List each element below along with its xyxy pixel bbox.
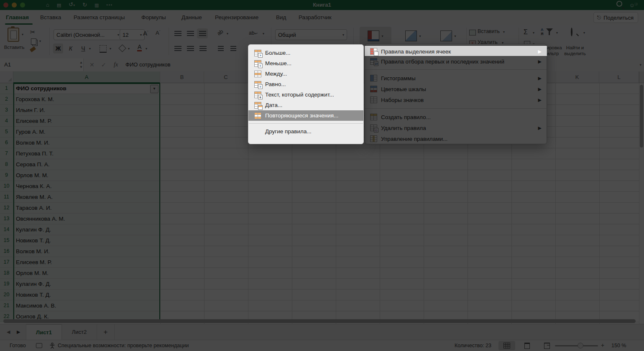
sheet-tab-list1[interactable]: Лист1 xyxy=(26,324,62,340)
sheet-tab-list2[interactable]: Лист2 xyxy=(62,324,97,340)
table-row[interactable]: 21Максимов А. В. xyxy=(0,300,160,311)
format-painter-icon[interactable] xyxy=(30,46,36,52)
enter-icon[interactable]: ✓ xyxy=(101,58,106,71)
table-row[interactable]: 4Елисеев М. Р. xyxy=(0,116,160,127)
wrap-text-icon[interactable]: ab↩ xyxy=(249,30,258,36)
align-middle-icon[interactable] xyxy=(187,31,194,36)
menu-item-highlight-cells-rules[interactable]: Правила выделения ячеек ▶ xyxy=(365,46,547,56)
number-format-select[interactable]: Общий▾ xyxy=(275,29,347,40)
table-row[interactable]: 5Гуров А. М. xyxy=(0,127,160,137)
insert-cells-button[interactable]: Вставить xyxy=(478,28,500,34)
col-header-b[interactable]: B xyxy=(160,71,204,83)
sort-filter-chevron[interactable]: ▾ xyxy=(556,31,558,35)
align-top-icon[interactable] xyxy=(174,31,181,36)
table-row[interactable]: 3Ильин Г. И. xyxy=(0,105,160,116)
submenu-item-text-contains[interactable]: a Текст, который содержит... xyxy=(248,89,363,100)
submenu-item-between[interactable]: Между... xyxy=(248,69,363,79)
submenu-item-duplicate-values[interactable]: Повторяющиеся значения... xyxy=(248,110,363,121)
status-accessibility-text[interactable]: Специальные возможности: проверьте реком… xyxy=(58,340,189,351)
formula-value[interactable]: ФИО сотрудников xyxy=(125,58,171,71)
menu-item-top-bottom-rules[interactable]: 10 Правила отбора первых и последних зна… xyxy=(365,56,547,66)
menu-item-icon-sets[interactable]: Наборы значков ▶ xyxy=(365,94,547,105)
account-icon[interactable]: ☺❏ xyxy=(629,0,637,11)
borders-chevron[interactable]: ▾ xyxy=(110,47,111,51)
submenu-item-date[interactable]: Дата... xyxy=(248,100,363,110)
table-row[interactable]: 17Елисеев М. Р. xyxy=(0,257,160,268)
zoom-level[interactable]: 150 % xyxy=(611,340,626,351)
submenu-item-less-than[interactable]: < Меньше... xyxy=(248,58,363,69)
orientation-icon[interactable]: ab xyxy=(216,28,224,37)
expand-formula-bar-icon[interactable]: ▾ xyxy=(639,58,641,71)
submenu-item-more-rules[interactable]: Другие правила... xyxy=(248,126,363,137)
normal-view-button[interactable] xyxy=(498,341,515,350)
underline-chevron[interactable]: ▾ xyxy=(89,47,91,51)
italic-button[interactable]: К xyxy=(66,43,76,53)
fill-color-icon[interactable] xyxy=(118,44,126,52)
format-as-table-button[interactable]: ▾ xyxy=(397,27,429,45)
name-box[interactable]: A1 xyxy=(0,58,84,71)
font-color-chevron[interactable]: ▾ xyxy=(146,47,147,51)
name-box-spinner[interactable]: ▲▼ xyxy=(79,60,83,73)
font-size-select[interactable]: 12▾ xyxy=(120,29,145,40)
increase-font-icon[interactable]: Aˆ xyxy=(143,30,148,37)
align-bottom-icon[interactable] xyxy=(197,28,208,38)
fx-icon[interactable]: fx xyxy=(114,58,118,71)
share-button[interactable]: ⎋ Поделиться xyxy=(593,12,638,23)
menu-item-clear-rules[interactable]: ◇ Удалить правила ▶ xyxy=(365,122,547,133)
tab-recenzirovanie[interactable]: Рецензирование xyxy=(215,10,258,25)
table-row[interactable]: 15Новиков Т. Д. xyxy=(0,235,160,246)
page-layout-view-button[interactable] xyxy=(519,341,535,350)
horizontal-scrollbar[interactable] xyxy=(3,319,636,323)
zoom-out-icon[interactable]: − xyxy=(547,340,550,351)
vertical-scrollbar[interactable] xyxy=(640,85,643,148)
tab-formuly[interactable]: Формулы xyxy=(141,10,166,25)
tab-glavnaya[interactable]: Главная xyxy=(6,10,29,25)
font-name-select[interactable]: Calibri (Основной...▾ xyxy=(54,29,122,40)
submenu-item-greater-than[interactable]: > Больше... xyxy=(248,48,363,58)
paste-button[interactable] xyxy=(8,28,19,42)
menu-item-manage-rules[interactable]: Управление правилами... xyxy=(365,133,547,144)
col-header-k[interactable]: K xyxy=(555,71,599,83)
borders-icon[interactable] xyxy=(100,45,107,53)
table-row[interactable]: 2Горохова К. М. xyxy=(0,94,160,105)
find-select-chevron[interactable]: ▾ xyxy=(583,31,585,35)
sort-filter-icon[interactable]: АЯ xyxy=(541,28,544,36)
increase-indent-icon[interactable] xyxy=(230,46,236,51)
align-center-icon[interactable] xyxy=(187,46,194,51)
align-right-icon[interactable] xyxy=(199,46,207,51)
filter-button[interactable]: ▾ xyxy=(150,85,158,93)
bold-button[interactable]: Ж xyxy=(53,43,63,53)
table-row[interactable]: 12Тарасов А. И. xyxy=(0,203,160,214)
fill-color-chevron[interactable]: ▾ xyxy=(128,47,130,51)
table-row[interactable]: 7Петухова П. Т. xyxy=(0,148,160,159)
cut-icon[interactable]: ✂ xyxy=(30,28,36,36)
font-color-icon[interactable]: А xyxy=(137,43,142,51)
table-row[interactable]: 6Волков М. И. xyxy=(0,137,160,148)
select-all-corner[interactable] xyxy=(0,71,13,83)
cancel-icon[interactable]: ✕ xyxy=(89,58,95,71)
zoom-in-icon[interactable]: + xyxy=(601,340,604,351)
zoom-slider-knob[interactable] xyxy=(578,343,583,348)
table-row[interactable]: 20Новиков Т. Д. xyxy=(0,290,160,300)
add-sheet-button[interactable]: + xyxy=(97,324,115,340)
col-header-l[interactable]: L xyxy=(599,71,639,83)
tab-vstavka[interactable]: Вставка xyxy=(40,10,61,25)
table-row[interactable]: 11Яковлев М. А. xyxy=(0,192,160,203)
orientation-chevron[interactable]: ▾ xyxy=(227,32,228,36)
tab-vid[interactable]: Вид xyxy=(276,10,286,25)
prev-sheet-icon[interactable]: ◀ xyxy=(7,329,10,335)
next-sheet-icon[interactable]: ▶ xyxy=(17,329,20,335)
zoom-slider-track[interactable] xyxy=(555,345,598,346)
table-row[interactable]: 19Кулагин Ф. Д. xyxy=(0,279,160,290)
col-header-c[interactable]: C xyxy=(204,71,248,83)
decrease-font-icon[interactable]: Aˇ xyxy=(156,30,160,36)
table-row[interactable]: 13Овсянникова А. М. xyxy=(0,214,160,224)
copy-icon[interactable] xyxy=(31,38,36,45)
conditional-formatting-button[interactable]: ▾ xyxy=(360,27,391,45)
tab-dannye[interactable]: Данные xyxy=(181,10,202,25)
table-row[interactable]: 10Чернова К. А. xyxy=(0,181,160,192)
submenu-item-equal-to[interactable]: = Равно... xyxy=(248,79,363,89)
underline-button[interactable]: Ч xyxy=(78,43,88,53)
align-left-icon[interactable] xyxy=(174,46,181,51)
table-row[interactable]: 1ФИО сотрудников xyxy=(0,83,160,94)
